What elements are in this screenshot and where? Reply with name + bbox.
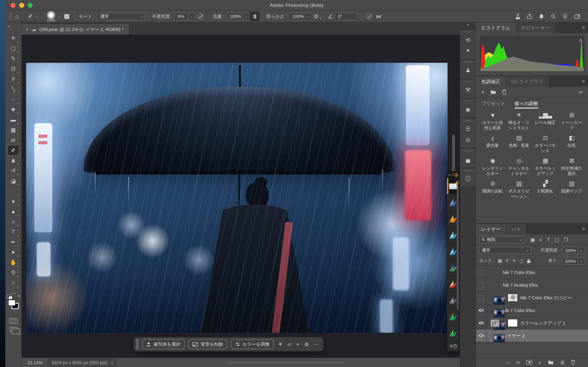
panel-icon[interactable]: ▄ [466, 154, 470, 164]
collapsed-panel-group[interactable]: ♟ [460, 60, 476, 78]
airbrush-toggle[interactable] [250, 12, 259, 21]
panel-icon[interactable]: ✦ [466, 45, 470, 56]
lock-artboard-icon[interactable]: ▢ [519, 258, 524, 263]
layer-thumbnail[interactable] [489, 319, 500, 327]
layer-name[interactable]: Nik 7 Color Efex のコピー [520, 295, 572, 301]
new-layer-icon[interactable]: ⊞ [561, 359, 564, 365]
workspace-icon[interactable] [575, 14, 580, 18]
adjustment-item[interactable]: ◧ 白黒 [558, 134, 585, 153]
tool-button[interactable] [8, 186, 19, 196]
nik-close-icon[interactable]: × [448, 173, 450, 177]
adjust-color-button[interactable]: カラーを調整 [231, 339, 274, 349]
remove-background-button[interactable]: 背景を削除 [189, 339, 227, 349]
foreground-color-swatch[interactable] [8, 300, 15, 306]
adjustment-item[interactable]: ⊠ 特定色域の 選択 [558, 157, 585, 176]
panel-menu-icon[interactable]: ≡ [582, 79, 585, 83]
folder-icon[interactable] [490, 90, 496, 94]
collapsed-panel-group[interactable]: ☰ ◎ [460, 119, 476, 148]
filter-smart-objects-icon[interactable]: ❐ [564, 237, 568, 242]
tool-button[interactable]: ⊡ [8, 64, 19, 74]
tool-button[interactable]: ● [8, 196, 19, 206]
share-icon[interactable] [527, 13, 532, 19]
brush-settings-panel-icon[interactable] [64, 14, 69, 19]
swap-colors-icon[interactable]: ↰ [17, 294, 20, 299]
layer-thumbnail[interactable] [494, 334, 505, 342]
layer-row[interactable]: ∞ カラールックアップ 1 [476, 317, 588, 329]
layer-row[interactable]: ∞ レイヤー 2 [476, 329, 588, 342]
layer-mask-thumbnail[interactable] [508, 319, 518, 327]
adjustment-item[interactable]: ▞ 2 階調化 [532, 180, 558, 199]
list-view-icon[interactable]: ≔ [578, 89, 583, 95]
zoom-level[interactable]: 22.14% [27, 360, 43, 365]
tool-button[interactable]: ✚ [8, 104, 19, 115]
brush-tip-preview[interactable]: 2400 [47, 10, 56, 22]
adjustment-item[interactable]: ▦ カラールッ クアップ [532, 157, 558, 176]
layer-row[interactable]: ∞ Nik 7 Color Efex [476, 266, 588, 279]
layer-visibility-toggle[interactable] [476, 279, 487, 291]
adjustment-item[interactable]: ▥ 階調マップ [558, 180, 585, 199]
adjustment-icon[interactable]: ◐ [296, 341, 301, 347]
layer-row[interactable]: ∞ Nik 7 Color Efex [476, 304, 588, 317]
layer-visibility-toggle[interactable] [476, 304, 487, 317]
panel-icon[interactable]: ◎ [466, 134, 470, 145]
adjustment-item[interactable]: ⊘ 階調の反転 [479, 180, 506, 199]
tab-paths[interactable]: パス [506, 224, 527, 234]
delete-layer-trash-icon[interactable] [571, 360, 576, 365]
nik-plugin-button[interactable]: → [447, 325, 459, 341]
tool-button[interactable]: ▩ [8, 125, 19, 135]
adjustment-item[interactable]: ⚖ カラーバラ ンス [532, 134, 558, 153]
tool-button[interactable]: ➤ [8, 247, 19, 257]
lock-position-icon[interactable]: ✛ [512, 258, 516, 263]
subtab-single-adjustments[interactable]: 個々の調整 [515, 98, 538, 110]
tool-button[interactable]: ▢ [8, 43, 19, 53]
collapsed-panel-group[interactable]: ◉ [460, 99, 476, 117]
subtab-presets[interactable]: プリセット [481, 98, 506, 110]
layer-visibility-toggle[interactable] [476, 266, 487, 278]
collapsed-panel-group[interactable]: ⟲ ✦ [460, 30, 476, 59]
layer-fill-dropdown[interactable]: 100% ⌄ [562, 257, 585, 264]
histogram-warning-icon[interactable]: ⚠ [579, 38, 583, 43]
filter-shape-layers-icon[interactable]: ▢ [554, 237, 559, 242]
brush-preset-chevron[interactable]: ⌄ [34, 11, 40, 22]
tool-button[interactable]: ⇄ [8, 135, 19, 145]
panel-icon[interactable]: ☰ [465, 124, 470, 134]
tool-button[interactable]: ◌ [8, 94, 19, 104]
tab-layers[interactable]: レイヤー [476, 224, 506, 234]
tool-button[interactable]: ↺ [8, 166, 19, 176]
new-adjustment-layer-icon[interactable]: ◐ [539, 359, 542, 365]
document-dimensions[interactable]: 9324 px x 6000 px (300 ppi) › [48, 358, 117, 367]
panel-menu-icon[interactable]: ≡ [582, 25, 585, 30]
add-adjustment-icon[interactable]: + [481, 89, 485, 95]
panel-icon[interactable]: ⟲ [466, 35, 470, 45]
options-drag-handle[interactable] [9, 13, 12, 20]
collapsed-panel-group[interactable]: ▄ [460, 149, 476, 167]
layer-row[interactable]: ∞ Nik 7 Color Efex のコピー [476, 292, 588, 304]
transform-icon[interactable]: ▱ [287, 341, 292, 347]
layer-name[interactable]: レイヤー 2 [503, 333, 525, 339]
tool-button[interactable]: ▬ [8, 115, 19, 125]
adjustment-item[interactable]: ▼ カラーと自 然な彩度 [479, 111, 506, 131]
magic-wand-icon[interactable]: ✦ [277, 341, 283, 347]
tab-cc-libraries[interactable]: CC ライブラリ [506, 76, 549, 87]
tool-button[interactable]: # [8, 74, 19, 84]
quick-mask-button[interactable] [9, 318, 17, 323]
nik-minimize-icon[interactable]: − [450, 173, 452, 177]
layer-visibility-toggle[interactable] [476, 329, 487, 342]
brush-tool-icon[interactable]: ✐ [26, 13, 34, 20]
default-colors-icon[interactable] [7, 295, 11, 298]
adjustment-item[interactable]: ☀ 明るさ・コ ントラスト [506, 111, 532, 131]
tool-button[interactable]: ✐ [8, 145, 19, 155]
trash-icon[interactable] [502, 89, 507, 95]
notifications-bell-icon[interactable] [539, 14, 544, 19]
layer-visibility-toggle[interactable] [476, 292, 487, 304]
panel-icon[interactable]: ⚒ [465, 84, 470, 95]
adjustment-item[interactable]: ± 露光量 [479, 134, 506, 153]
nik-help-icon[interactable]: ? [453, 344, 457, 349]
collapsed-panel-group[interactable]: ⓘ [460, 168, 476, 187]
opacity-dropdown[interactable]: 6% ⌄ [174, 12, 195, 20]
layer-name[interactable]: Nik 7 Color Efex [503, 308, 535, 313]
more-options-icon[interactable]: ⋯ [313, 341, 320, 347]
document-tab[interactable]: × ☁ G88.psdc @ 22.1% (レイヤー 2, RGB/8) * [22, 24, 130, 35]
panel-icon[interactable]: ◉ [466, 104, 470, 115]
lock-all-icon[interactable] [527, 258, 531, 263]
